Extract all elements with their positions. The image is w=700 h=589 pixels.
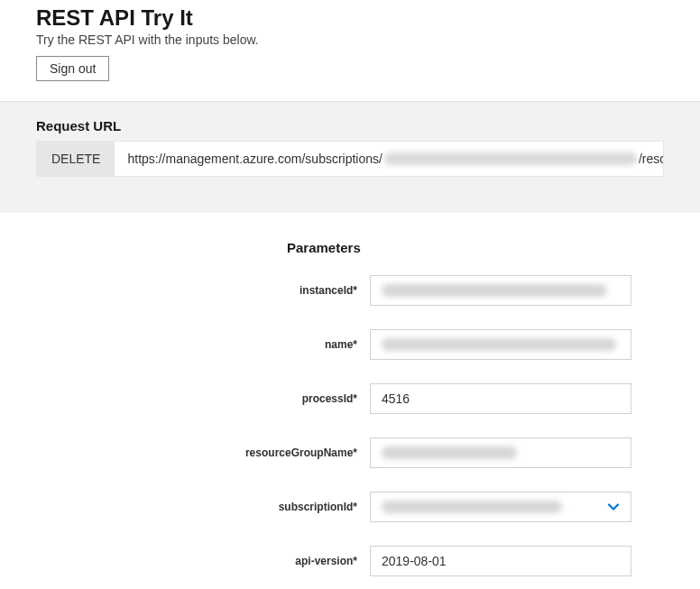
- parameters-section: Parameters instanceId*name*processId*res…: [0, 213, 700, 589]
- param-row: processId*: [36, 383, 664, 414]
- request-url-text[interactable]: https://management.azure.com/subscriptio…: [115, 142, 663, 176]
- param-row: name*: [36, 329, 664, 360]
- param-label: api-version*: [36, 555, 370, 567]
- request-url-section: Request URL DELETE https://management.az…: [0, 101, 700, 213]
- param-row: resourceGroupName*: [36, 437, 664, 468]
- redacted-value: [382, 501, 562, 513]
- param-row: subscriptionId*: [36, 492, 664, 522]
- param-label: processId*: [36, 392, 370, 405]
- url-prefix: https://management.azure.com/subscriptio…: [127, 152, 382, 166]
- parameters-heading: Parameters: [287, 240, 664, 255]
- param-label: instanceId*: [36, 284, 370, 297]
- param-label: name*: [36, 338, 370, 351]
- request-url-bar: DELETE https://management.azure.com/subs…: [36, 141, 664, 177]
- header-section: REST API Try It Try the REST API with th…: [0, 0, 700, 101]
- param-input-resourcegroupname[interactable]: [370, 437, 631, 468]
- request-url-heading: Request URL: [36, 118, 664, 133]
- param-label: subscriptionId*: [36, 501, 370, 513]
- page-title: REST API Try It: [36, 5, 664, 31]
- chevron-down-icon: [607, 501, 620, 513]
- redacted-value: [382, 284, 607, 297]
- http-method: DELETE: [37, 142, 115, 176]
- param-input-name[interactable]: [370, 329, 631, 360]
- param-row: api-version*: [36, 546, 664, 576]
- sign-out-button[interactable]: Sign out: [36, 56, 109, 81]
- param-input-instanceid[interactable]: [370, 275, 631, 306]
- redacted-value: [382, 338, 616, 351]
- param-select-subscriptionid[interactable]: [370, 492, 631, 522]
- param-input-processid[interactable]: [370, 383, 631, 414]
- page-subtitle: Try the REST API with the inputs below.: [36, 32, 664, 47]
- param-input-api-version[interactable]: [370, 546, 631, 576]
- redacted-value: [382, 446, 517, 459]
- url-redacted-segment: [384, 152, 637, 165]
- param-row: instanceId*: [36, 275, 664, 306]
- param-label: resourceGroupName*: [36, 446, 370, 459]
- url-suffix: /resourceG: [639, 152, 663, 166]
